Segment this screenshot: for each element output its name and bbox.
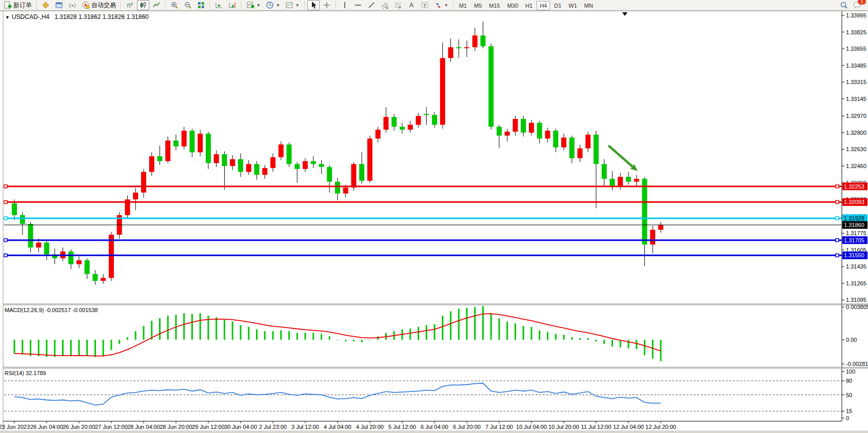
zoom-in-button[interactable] [168, 0, 181, 10]
new-chart-button[interactable]: ▼ [244, 0, 263, 10]
new-order-button[interactable]: 新订单 [2, 0, 34, 10]
shapes-icon [434, 1, 442, 9]
macd-histogram-bar [490, 313, 492, 340]
timeframe-button-H1[interactable]: H1 [522, 1, 536, 10]
macd-histogram-bar [515, 323, 516, 340]
macd-histogram-bar [280, 331, 282, 340]
new-chart-icon [246, 1, 254, 9]
candle-body [109, 235, 114, 278]
rsi-axis-label: 50 [846, 392, 852, 398]
chat-button[interactable]: 1 [851, 0, 863, 10]
macd-histogram-bar [14, 340, 15, 354]
time-axis-label: 12 Jul 20:00 [645, 424, 676, 430]
price-axis-label: 1.33315 [846, 79, 866, 85]
macd-histogram-bar [224, 320, 225, 340]
macd-histogram-bar [579, 338, 581, 340]
line-handle[interactable] [4, 254, 7, 257]
bar-chart-mode-button[interactable] [124, 0, 136, 10]
macd-histogram-bar [539, 331, 540, 340]
search-button[interactable] [838, 0, 850, 10]
terminal-button[interactable] [53, 0, 65, 10]
line-handle[interactable] [4, 185, 7, 188]
collapse-arrow-icon[interactable]: ▼ [5, 15, 10, 20]
timeframe-button-W1[interactable]: W1 [565, 1, 580, 10]
line-handle[interactable] [4, 200, 7, 203]
timeframe-button-D1[interactable]: D1 [551, 1, 564, 10]
time-axis-label: 10 Jul 04:00 [516, 424, 547, 430]
crosshair-tool-button[interactable] [321, 0, 333, 10]
macd-axis-label: 0.00 [846, 337, 857, 343]
candle-body [408, 125, 413, 130]
timeframe-button-H4[interactable]: H4 [537, 1, 550, 10]
toolbar-right-group: 1 [837, 0, 864, 10]
svg-text:T: T [423, 3, 426, 8]
time-axis-label: 26 Jun 20:00 [63, 424, 95, 430]
chart-shift-button[interactable] [226, 0, 239, 10]
periods-button[interactable]: ▼ [264, 0, 282, 10]
timeframe-button-M15[interactable]: M15 [486, 1, 503, 10]
candle-body [367, 138, 372, 180]
market-watch-icon [42, 1, 50, 9]
line-handle[interactable] [836, 200, 839, 203]
fibonacci-tool-button[interactable]: F [392, 0, 404, 10]
time-axis-label: 23 Jun 2023 [0, 424, 30, 430]
time-axis-label: 26 Jun 04:00 [30, 424, 63, 430]
timeframe-button-M30[interactable]: M30 [504, 1, 521, 10]
text-tool-button[interactable]: A [405, 0, 418, 10]
line-handle[interactable] [4, 217, 7, 220]
candle-body [634, 179, 639, 182]
time-axis-label: 30 Jun 04:00 [224, 424, 257, 430]
candle-body [254, 164, 260, 175]
channel-tool-button[interactable]: E [379, 0, 391, 10]
auto-scroll-button[interactable] [213, 0, 225, 10]
rsi-value: 32.1789 [26, 370, 46, 376]
line-handle[interactable] [836, 217, 839, 220]
line-handle[interactable] [836, 185, 839, 188]
macd-histogram-bar [70, 340, 72, 356]
timeframe-button-M1[interactable]: M1 [456, 1, 470, 10]
trendline-tool-button[interactable] [365, 0, 378, 10]
candle-body [262, 168, 267, 175]
zoom-in-icon [170, 1, 179, 9]
market-watch-button[interactable] [40, 0, 52, 10]
horizontal-line-tool-button[interactable] [352, 0, 364, 10]
candlestick-mode-button[interactable] [137, 0, 149, 10]
price-tag: 1.31550 [842, 252, 867, 259]
tile-windows-icon [197, 1, 205, 9]
candle-body [376, 130, 381, 138]
time-axis-label: 7 Jul 12:00 [485, 424, 513, 430]
toolbar-separator [210, 1, 210, 9]
candle-body [594, 135, 599, 164]
text-label-tool-button[interactable]: T [419, 0, 431, 10]
rsi-axis-label: 80 [846, 378, 852, 384]
time-axis-label: 28 Jun 20:00 [160, 424, 192, 430]
macd-histogram-bar [345, 340, 346, 341]
line-handle[interactable] [4, 239, 7, 242]
line-chart-mode-button[interactable] [150, 0, 163, 10]
chart-shift-marker[interactable] [622, 12, 627, 16]
cursor-tool-button[interactable] [307, 0, 320, 10]
candle-body [650, 230, 655, 245]
candle-body [561, 137, 566, 147]
macd-histogram-bar [482, 306, 484, 340]
zoom-out-button[interactable] [182, 0, 194, 10]
signals-button[interactable] [66, 0, 78, 10]
arrows-tool-button[interactable]: ▼ [432, 0, 450, 10]
timeframe-button-MN[interactable]: MN [581, 1, 596, 10]
terminal-icon [55, 1, 63, 9]
auto-trading-button[interactable]: 自动交易 [80, 0, 118, 10]
price-axis-label: 1.31435 [846, 263, 866, 270]
line-handle[interactable] [836, 239, 839, 242]
templates-button[interactable]: ▼ [283, 0, 302, 10]
macd-histogram-bar [571, 337, 573, 340]
timeframe-button-M5[interactable]: M5 [471, 1, 485, 10]
arrow-object[interactable] [608, 146, 638, 171]
tile-windows-button[interactable] [195, 0, 207, 10]
macd-histogram-bar [563, 335, 565, 340]
candle-body [182, 131, 187, 147]
macd-histogram-bar [111, 340, 112, 350]
line-handle[interactable] [836, 254, 839, 257]
candle-body [472, 35, 478, 47]
vertical-line-tool-button[interactable] [339, 0, 351, 10]
macd-histogram-bar [54, 340, 55, 357]
